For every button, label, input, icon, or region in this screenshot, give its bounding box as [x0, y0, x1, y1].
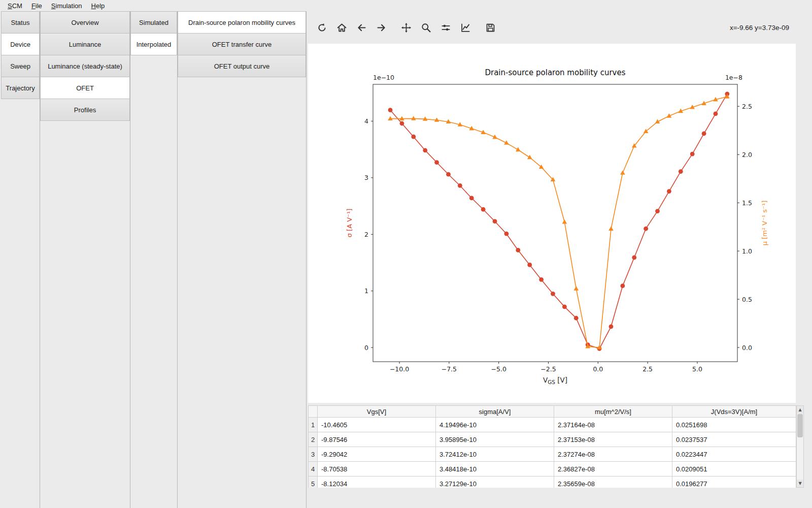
- sliders-button[interactable]: [438, 20, 453, 35]
- column-header-vgs-v[interactable]: Vgs[V]: [318, 406, 436, 418]
- menu-item-file[interactable]: File: [27, 1, 47, 11]
- zoom-button[interactable]: [418, 20, 433, 35]
- sliders-icon: [441, 22, 451, 33]
- row-number[interactable]: 5: [309, 477, 318, 488]
- forward-button[interactable]: [374, 20, 389, 35]
- row-number[interactable]: 2: [309, 432, 318, 447]
- home-button[interactable]: [334, 20, 349, 35]
- table-cell[interactable]: 3.48418e-10: [436, 462, 554, 477]
- table-cell[interactable]: 2.36827e-08: [554, 462, 672, 477]
- menu-item-simulation[interactable]: Simulation: [47, 1, 87, 11]
- nav-item-ofet-output-curve[interactable]: OFET output curve: [178, 55, 306, 77]
- svg-text:0: 0: [364, 344, 368, 352]
- up-arrow-icon: ▲: [798, 407, 801, 412]
- table-row: 1-10.46054.19496e-102.37164e-080.0251698: [309, 418, 796, 432]
- svg-text:3: 3: [364, 174, 368, 181]
- nav-item-interpolated[interactable]: Interpolated: [130, 33, 177, 55]
- table-cell[interactable]: -9.87546: [318, 432, 436, 447]
- data-table: Vgs[V]sigma[A/V]mu[m^2/V/s]J(Vds=3V)[A/m…: [308, 405, 796, 488]
- table-cell[interactable]: 3.27129e-10: [436, 477, 554, 488]
- save-icon: [485, 22, 496, 33]
- table-cell[interactable]: 2.37164e-08: [554, 418, 672, 432]
- svg-text:−2.5: −2.5: [540, 365, 556, 373]
- table-cell[interactable]: 0.0196277: [672, 477, 796, 488]
- table-cell[interactable]: -8.70538: [318, 462, 436, 477]
- row-number[interactable]: 4: [309, 462, 318, 477]
- menu-item-help[interactable]: Help: [87, 1, 110, 11]
- menu-item-scm[interactable]: SCM: [3, 1, 27, 11]
- table-cell[interactable]: 3.72412e-10: [436, 447, 554, 462]
- table-cell[interactable]: 3.95895e-10: [436, 432, 554, 447]
- column-header-j-vds-3v-a-m[interactable]: J(Vds=3V)[A/m]: [672, 406, 796, 418]
- scrollbar-thumb[interactable]: [797, 414, 803, 437]
- pan-button[interactable]: [398, 20, 414, 35]
- table-area: Vgs[V]sigma[A/V]mu[m^2/V/s]J(Vds=3V)[A/m…: [308, 405, 804, 488]
- plot-panel: Drain-source polaron mobility curves1e−1…: [308, 44, 796, 403]
- table-row: 2-9.875463.95895e-102.37153e-080.0237537: [309, 432, 796, 447]
- nav-item-overview[interactable]: Overview: [40, 11, 130, 34]
- svg-text:−10.0: −10.0: [390, 365, 409, 373]
- nav-item-status[interactable]: Status: [1, 11, 40, 34]
- nav-item-luminance[interactable]: Luminance: [40, 33, 130, 55]
- table-cell[interactable]: 2.35659e-08: [554, 477, 672, 488]
- row-number[interactable]: 1: [309, 418, 318, 432]
- table-cell[interactable]: 2.37274e-08: [554, 447, 672, 462]
- svg-text:−5.0: −5.0: [491, 365, 506, 373]
- svg-text:μ [m² V⁻¹ s⁻¹]: μ [m² V⁻¹ s⁻¹]: [761, 201, 768, 246]
- table-cell[interactable]: -8.12034: [318, 477, 436, 488]
- nav-column-datasets: SimulatedInterpolated: [130, 11, 178, 508]
- nav-item-ofet-transfer-curve[interactable]: OFET transfer curve: [178, 33, 306, 55]
- row-number[interactable]: 3: [309, 447, 318, 462]
- scrollbar-track[interactable]: [797, 414, 803, 480]
- svg-text:5.0: 5.0: [692, 365, 702, 373]
- nav-item-simulated[interactable]: Simulated: [130, 11, 177, 34]
- table-cell[interactable]: 0.0251698: [672, 418, 796, 432]
- table-row: 4-8.705383.48418e-102.36827e-080.0209051: [309, 462, 796, 477]
- save-button[interactable]: [483, 20, 498, 35]
- table-cell[interactable]: -9.29042: [318, 447, 436, 462]
- zoom-icon: [421, 22, 431, 33]
- svg-text:σ [A V⁻¹]: σ [A V⁻¹]: [346, 209, 353, 238]
- table-cell[interactable]: 0.0223447: [672, 447, 796, 462]
- back-button[interactable]: [354, 20, 369, 35]
- svg-text:VGS [V]: VGS [V]: [543, 376, 567, 385]
- mobility-chart[interactable]: Drain-source polaron mobility curves1e−1…: [308, 44, 796, 403]
- refresh-button[interactable]: [314, 20, 329, 35]
- svg-text:1e−8: 1e−8: [725, 74, 742, 81]
- column-header-sigma-a-v[interactable]: sigma[A/V]: [436, 406, 554, 418]
- pan-icon: [401, 22, 412, 33]
- corner-header: [309, 406, 318, 418]
- nav-item-luminance-steady-state[interactable]: Luminance (steady-state): [40, 55, 130, 77]
- nav-item-device[interactable]: Device: [1, 33, 40, 55]
- down-arrow-icon: ▼: [798, 481, 801, 486]
- home-icon: [336, 22, 347, 33]
- table-cell[interactable]: 2.37153e-08: [554, 432, 672, 447]
- nav-column-sections: StatusDeviceSweepTrajectory: [1, 11, 40, 508]
- table-cell[interactable]: 0.0209051: [672, 462, 796, 477]
- table-row: 5-8.120343.27129e-102.35659e-080.0196277: [309, 477, 796, 488]
- forward-icon: [376, 22, 387, 33]
- main-area: x=-9.66 y=3.73e-09 Drain-source polaron …: [307, 11, 812, 508]
- nav-item-ofet[interactable]: OFET: [40, 77, 130, 99]
- refresh-icon: [317, 22, 327, 33]
- table-scrollbar[interactable]: ▲ ▼: [796, 405, 804, 488]
- svg-text:Drain-source polaron mobility: Drain-source polaron mobility curves: [485, 68, 625, 77]
- scrollbar-up-button[interactable]: ▲: [797, 406, 803, 414]
- table-cell[interactable]: -10.4605: [318, 418, 436, 432]
- nav-item-trajectory[interactable]: Trajectory: [1, 77, 40, 99]
- nav-item-drain-source-polaron-mobility-curves[interactable]: Drain-source polaron mobility curves: [178, 11, 306, 34]
- content: StatusDeviceSweepTrajectoryOverviewLumin…: [0, 11, 812, 508]
- svg-text:0.0: 0.0: [742, 344, 752, 352]
- svg-text:2.5: 2.5: [642, 365, 653, 373]
- nav-item-sweep[interactable]: Sweep: [1, 55, 40, 77]
- column-header-mu-m-2-v-s[interactable]: mu[m^2/V/s]: [554, 406, 672, 418]
- plot-options-icon: [460, 22, 471, 33]
- svg-text:2: 2: [364, 231, 368, 238]
- svg-text:4: 4: [364, 117, 368, 125]
- table-cell[interactable]: 4.19496e-10: [436, 418, 554, 432]
- plot-toolbar: x=-9.66 y=3.73e-09: [307, 11, 812, 44]
- table-cell[interactable]: 0.0237537: [672, 432, 796, 447]
- nav-item-profiles[interactable]: Profiles: [40, 99, 130, 121]
- plot-options-button[interactable]: [458, 20, 473, 35]
- scrollbar-down-button[interactable]: ▼: [797, 480, 803, 487]
